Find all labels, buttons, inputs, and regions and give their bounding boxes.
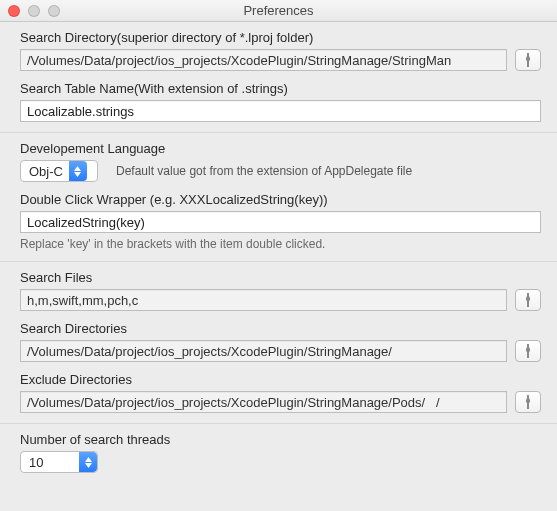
field-table-name: Search Table Name(With extension of .str…: [20, 81, 541, 122]
field-threads: Number of search threads 10: [20, 432, 541, 473]
field-search-directory: Search Directory(superior directory of *…: [20, 30, 541, 71]
table-name-input[interactable]: [20, 100, 541, 122]
label-threads: Number of search threads: [20, 432, 541, 447]
search-directories-input[interactable]: [20, 340, 507, 362]
field-search-directories: Search Directories: [20, 321, 541, 362]
label-search-directory: Search Directory(superior directory of *…: [20, 30, 541, 45]
field-exclude-directories: Exclude Directories: [20, 372, 541, 413]
section-language: Developement Language Obj-C Default valu…: [0, 132, 557, 261]
threads-select[interactable]: 10: [20, 451, 98, 473]
stepper-arrows-icon: [79, 452, 97, 472]
field-wrapper: Double Click Wrapper (e.g. XXXLocalizedS…: [20, 192, 541, 251]
section-search: Search Files Search Directories Exclude …: [0, 261, 557, 423]
field-search-files: Search Files: [20, 270, 541, 311]
titlebar: Preferences: [0, 0, 557, 22]
flashlight-icon: [522, 395, 534, 409]
browse-exclude-directories-button[interactable]: [515, 391, 541, 413]
browse-search-directories-button[interactable]: [515, 340, 541, 362]
label-exclude-directories: Exclude Directories: [20, 372, 541, 387]
stepper-arrows-icon: [69, 161, 87, 181]
search-files-input[interactable]: [20, 289, 507, 311]
dev-language-select[interactable]: Obj-C: [20, 160, 98, 182]
section-threads: Number of search threads 10: [0, 423, 557, 483]
label-search-directories: Search Directories: [20, 321, 541, 336]
flashlight-icon: [522, 344, 534, 358]
edit-search-files-button[interactable]: [515, 289, 541, 311]
minimize-icon: [28, 5, 40, 17]
content: Search Directory(superior directory of *…: [0, 22, 557, 483]
label-table-name: Search Table Name(With extension of .str…: [20, 81, 541, 96]
section-general: Search Directory(superior directory of *…: [0, 22, 557, 132]
search-directory-input[interactable]: [20, 49, 507, 71]
dev-language-hint: Default value got from the extension of …: [116, 164, 412, 178]
exclude-directories-input[interactable]: [20, 391, 507, 413]
zoom-icon: [48, 5, 60, 17]
flashlight-icon: [522, 53, 534, 67]
close-icon[interactable]: [8, 5, 20, 17]
field-dev-language: Developement Language Obj-C Default valu…: [20, 141, 541, 182]
label-search-files: Search Files: [20, 270, 541, 285]
label-dev-language: Developement Language: [20, 141, 541, 156]
wrapper-input[interactable]: [20, 211, 541, 233]
window-title: Preferences: [243, 3, 313, 18]
label-wrapper: Double Click Wrapper (e.g. XXXLocalizedS…: [20, 192, 541, 207]
threads-value: 10: [29, 455, 49, 470]
flashlight-icon: [522, 293, 534, 307]
window-controls: [8, 5, 60, 17]
dev-language-value: Obj-C: [29, 164, 69, 179]
browse-search-directory-button[interactable]: [515, 49, 541, 71]
wrapper-hint: Replace 'key' in the brackets with the i…: [20, 237, 541, 251]
